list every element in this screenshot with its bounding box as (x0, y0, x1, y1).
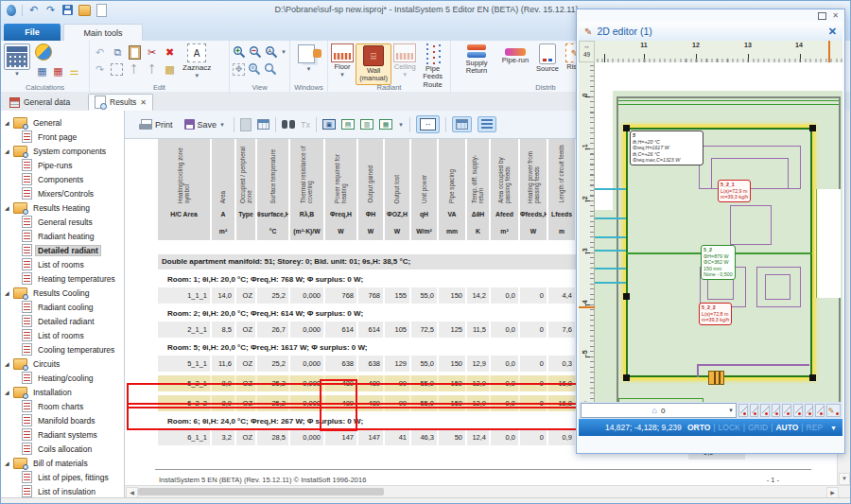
sidebar-item[interactable]: Components (1, 172, 124, 186)
new-document-icon[interactable] (96, 4, 108, 16)
toggle-grid[interactable]: GRID (748, 423, 768, 432)
2d-editor-title-bar[interactable]: ✎ 2D editor (1) ✕ (579, 22, 842, 42)
sidebar-item[interactable]: ◢Circuits (1, 356, 124, 371)
selection-handle[interactable] (623, 293, 630, 300)
panel-view-blue-icon[interactable]: ▣ (322, 119, 336, 130)
close-tab-icon[interactable]: ✕ (140, 98, 147, 107)
layer-button-2[interactable] (750, 404, 759, 417)
find-replace-icon[interactable]: ▩ (163, 62, 177, 77)
calculations-icon[interactable] (4, 43, 30, 70)
select-button[interactable]: Zaznacz (182, 63, 211, 72)
page-preview-button[interactable] (452, 116, 472, 132)
windows-layout-icon[interactable] (297, 43, 321, 64)
redo-icon[interactable]: ↷ (93, 62, 107, 77)
redo-icon[interactable]: ↷ (44, 4, 57, 16)
sidebar-item[interactable]: Coils allocation (1, 442, 124, 456)
toggle-rep[interactable]: REP (807, 423, 823, 432)
horizontal-scrollbar[interactable]: ◀ ▶ (125, 485, 851, 497)
scroll-down-icon[interactable]: ▼ (839, 473, 850, 485)
floor-button[interactable]: Floor ▼ (331, 43, 354, 78)
zoom-window-icon[interactable] (248, 62, 261, 76)
zone-5-2-label[interactable]: 5_2ΦH=879 WΦC=362 W150 mmNone - 0,500 (701, 245, 736, 280)
tab-general-data[interactable]: General data (4, 94, 76, 111)
layer-button-4[interactable] (772, 404, 781, 417)
zoom-out-icon[interactable] (249, 45, 262, 59)
copy-icon[interactable]: ⧉ (111, 45, 125, 60)
layer-button-6[interactable] (793, 404, 803, 417)
tab-file[interactable]: File (4, 24, 61, 41)
sidebar-item[interactable]: List of pipes, fittings (1, 470, 124, 484)
2d-editor-window[interactable]: ✕ ✎ 2D editor (1) ✕ ↔ 49 11121314 0-1-2-… (576, 9, 845, 454)
sidebar-item[interactable]: Manifold boards (1, 413, 124, 427)
save-button[interactable]: Save▼ (182, 117, 228, 131)
sidebar-item[interactable]: Front page (1, 130, 124, 144)
sidebar-item[interactable]: ◢Installation (1, 385, 124, 399)
edit-block-icon[interactable] (111, 63, 123, 76)
sidebar-item[interactable]: ◢Results Heating (1, 200, 124, 215)
expand-arrow-icon[interactable]: ◢ (5, 360, 13, 367)
expand-arrow-icon[interactable]: ◢ (5, 289, 13, 296)
results-check-icon[interactable]: ⚌ (67, 64, 81, 78)
table-view-icon[interactable] (257, 119, 269, 130)
zoom-in-icon[interactable] (233, 45, 246, 59)
selection-handle[interactable] (623, 125, 630, 131)
print-button[interactable]: Print (136, 117, 176, 131)
sidebar-item[interactable]: Heating/cooling (1, 371, 124, 385)
clipboard-icon[interactable] (240, 118, 252, 131)
pipe-run-button[interactable]: Pipe-run (499, 43, 531, 64)
sidebar-item[interactable]: Cooling temperatures (1, 342, 124, 356)
outline-list-button[interactable] (478, 116, 496, 132)
sidebar-item[interactable]: Detailed radiant (1, 314, 124, 328)
pipe-feeds-route-button[interactable]: Pipe Feeds Route (418, 43, 447, 89)
layer-button-3[interactable] (760, 404, 770, 417)
toggle-auto[interactable]: AUTO (775, 423, 798, 432)
sidebar-item[interactable]: Mixers/Controls (1, 186, 124, 200)
pan-icon[interactable]: ✥ (233, 63, 245, 76)
source-button[interactable]: Source (535, 43, 560, 73)
sidebar-item[interactable]: Room charts (1, 399, 124, 413)
find-icon[interactable] (282, 120, 295, 130)
sidebar-item[interactable]: Detailed radiant (1, 243, 124, 257)
zoom-extents-icon[interactable] (264, 62, 277, 76)
chevron-down-icon[interactable]: ▼ (194, 73, 200, 78)
floor-plan[interactable]: 5θi,H=+20 °CΦreq,H=1617 Wθi,C=+26 °CΦreq… (595, 62, 842, 421)
sidebar-item[interactable]: Heating temperatures (1, 271, 124, 286)
align-handle-icon[interactable]: ᛏ (145, 62, 159, 77)
sidebar-item[interactable]: Radiant cooling (1, 300, 124, 314)
circuit-5-2-2-label[interactable]: 5_2_2L(s)=72,8 mm=39,3 kg/h (699, 303, 732, 325)
panel-grid-icon[interactable]: ▦ (379, 119, 392, 130)
undo-icon[interactable]: ↶ (27, 4, 40, 16)
expand-arrow-icon[interactable]: ◢ (5, 119, 13, 126)
sidebar-item[interactable]: List of rooms (1, 257, 124, 271)
sidebar-item[interactable]: Radiant systems (1, 427, 124, 442)
storey-selector[interactable]: ⌂ 0 ▼ (581, 403, 737, 418)
open-icon[interactable] (78, 4, 91, 16)
room-data-label[interactable]: 5θi,H=+20 °CΦreq,H=1617 Wθi,C=+26 °CΦreq… (630, 130, 703, 165)
chevron-down-icon[interactable]: ▼ (398, 122, 404, 128)
chevron-down-icon[interactable]: ▼ (14, 71, 20, 77)
layer-button-1[interactable] (738, 404, 748, 417)
undo-icon[interactable]: ↶ (93, 45, 107, 60)
fit-width-button[interactable]: ↔ (416, 115, 440, 133)
tab-main-tools[interactable]: Main tools (63, 24, 143, 41)
panel-view-green2-icon[interactable]: ▥ (360, 119, 373, 130)
toggle-orto[interactable]: ORTO (687, 423, 710, 432)
errors-list-icon[interactable]: ▦ (51, 64, 65, 78)
supply-return-button[interactable]: Supply Return (458, 43, 495, 76)
sidebar-item[interactable]: ◢Results Cooling (1, 286, 124, 300)
chevron-down-icon[interactable]: ▼ (281, 49, 287, 55)
calculation-options-icon[interactable] (35, 43, 52, 61)
ceiling-button[interactable]: Ceiling ▼ (393, 43, 416, 78)
chevron-down-icon[interactable]: ▼ (306, 66, 312, 72)
sidebar-item[interactable]: List of insulation (1, 484, 124, 497)
panel-view-green-icon[interactable]: ▤ (341, 119, 355, 130)
sidebar-item[interactable]: Radiant heating (1, 229, 124, 243)
restore-icon[interactable] (818, 12, 826, 20)
sidebar-item[interactable]: General results (1, 215, 124, 229)
close-icon[interactable]: ✕ (832, 12, 839, 20)
expand-arrow-icon[interactable]: ◢ (5, 148, 13, 154)
select-tool-icon[interactable]: A (187, 43, 206, 62)
app-logo-icon[interactable] (5, 4, 17, 16)
2d-canvas[interactable]: 0-1-2-3-4-5-6 (579, 62, 842, 421)
chevron-down-icon[interactable]: ▼ (830, 425, 837, 431)
